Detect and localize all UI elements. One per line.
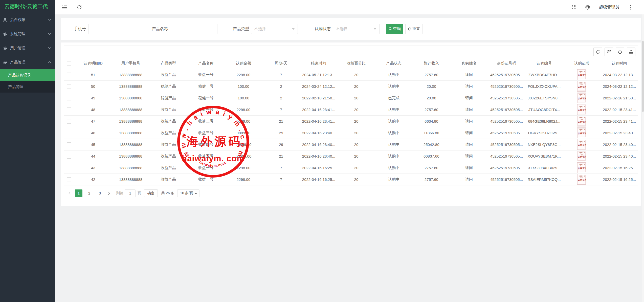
page-button[interactable]: 2 [85,189,93,197]
cell-product-name: 收益四号 [187,139,225,150]
certificate-thumbnail[interactable]: 认购证书 [577,127,586,138]
cell-real-name: 请问 [450,80,488,92]
fullscreen-icon[interactable] [571,5,576,10]
certificate-deco [579,141,585,142]
table-row[interactable]: 47 13888888888 收益产品 收益二号 5529.00 21 2022… [64,115,638,127]
table-row[interactable]: 44 13888888888 收益产品 收益五号 50698.00 21 202… [64,150,638,162]
cell-amount: 2298.00 [225,69,262,80]
topbar: 超级管理员 [55,0,644,14]
collapse-sidebar-icon[interactable] [62,5,67,10]
row-checkbox[interactable] [67,119,71,124]
sidebar-item-system-management[interactable]: 系统管理 [0,27,55,41]
cell-subscription-id: 49 [74,92,112,104]
row-checkbox[interactable] [67,73,71,77]
page-button[interactable]: 1 [75,189,82,197]
cell-subscription-code: FOLJXZXOXUPA... [525,80,563,92]
certificate-thumbnail[interactable]: 认购证书 [577,104,586,115]
certificate-thumbnail[interactable]: 认购证书 [577,139,586,150]
cell-certificate: 认购证书 [563,127,601,139]
cell-amount: 20869.00 [225,139,262,150]
row-select-cell [64,162,74,174]
certificate-thumbnail[interactable]: 认购证书 [577,93,586,103]
cell-end-time: 2022-04-16 16:25... [300,162,338,174]
goto-page-input[interactable] [125,189,136,197]
subscription-status-select[interactable]: 不选择 [333,24,380,34]
cell-id-card: 45252519730505... [488,139,525,150]
sidebar-item-product-subscription-records[interactable]: 产品认购记录 [0,69,55,81]
cell-end-time: 2022-04-16 23:40... [300,127,338,139]
reset-button[interactable]: 重置 [405,24,423,34]
certificate-thumbnail[interactable]: 认购证书 [577,81,586,92]
sidebar-item-label: 产品管理 [10,60,48,65]
table-row[interactable]: 51 13888888888 收益产品 收益一号 2298.00 7 2024-… [64,69,638,80]
refresh-page-icon[interactable] [76,5,82,10]
row-checkbox[interactable] [67,96,71,100]
cell-id-card: 45252519730505... [488,104,525,115]
cell-subscription-time: 2022-02-15 23:40... [601,127,638,139]
row-checkbox[interactable] [67,177,71,182]
subscription-table: 认购明细ID用户手机号产品类型产品名称认购金额周期-天结束时间收益百分比产品状态… [64,58,638,185]
print-icon[interactable] [616,48,624,56]
cell-expected-income: 20.00 [413,92,450,104]
row-select-cell [64,104,74,115]
scrollbar-thumb[interactable] [642,41,644,112]
cell-subscription-code: 3TXS398XLB029... [525,162,563,174]
next-page-icon[interactable] [105,189,113,197]
table-row[interactable]: 42 13888888888 收益产品 收益一号 2298.00 7 2022-… [64,174,638,185]
row-checkbox[interactable] [67,84,71,89]
sidebar-item-user-management[interactable]: 用户管理 [0,41,55,55]
table-row[interactable]: 46 13888888888 收益产品 收益三号 9889.00 29 2022… [64,127,638,139]
kebab-menu-icon[interactable] [628,5,633,10]
table-body: 51 13888888888 收益产品 收益一号 2298.00 7 2024-… [64,69,638,185]
search-button[interactable]: 查询 [386,24,403,34]
cell-income-percent: 20 [338,127,375,139]
page-button[interactable]: 3 [96,189,104,197]
cell-subscription-time: 2022-02-15 16:25... [601,174,638,185]
row-checkbox[interactable] [67,142,71,147]
cell-subscription-time: 2022-02-15 23:40... [601,139,638,150]
filter-columns-icon[interactable] [605,48,613,56]
table-row[interactable]: 45 13888888888 收益产品 收益四号 20869.00 29 202… [64,139,638,150]
table-row[interactable]: 43 13888888888 收益产品 收益一号 2298.00 7 2022-… [64,162,638,174]
pagination: 123 到第 页 确定 共 26 条 10 条/页 [66,189,638,197]
current-user[interactable]: 超级管理员 [599,5,619,10]
export-icon[interactable] [627,48,635,56]
cell-user-phone: 13888888888 [112,174,150,185]
sidebar-item-product-management-sub[interactable]: 产品管理 [0,81,55,93]
certificate-thumbnail[interactable]: 认购证书 [577,162,586,173]
per-page-select[interactable]: 10 条/页 [177,189,199,197]
vertical-scrollbar[interactable] [642,14,644,302]
chevron-up-icon [48,61,51,63]
sidebar-item-product-management[interactable]: 产品管理 [0,55,55,69]
row-checkbox[interactable] [67,154,71,159]
certificate-thumbnail[interactable]: 认购证书 [577,116,586,126]
certificate-thumbnail[interactable]: 认购证书 [577,174,586,185]
row-checkbox[interactable] [67,166,71,170]
table-row[interactable]: 50 13888888888 稳健产品 稳健一号 100.00 2 2024-0… [64,80,638,92]
certificate-label: 认购证书 [578,120,586,123]
sidebar-item-admin-permission[interactable]: 后台权限 [0,13,55,27]
cell-cycle-days: 2 [262,80,300,92]
goto-confirm-button[interactable]: 确定 [144,189,158,197]
language-globe-icon[interactable] [585,5,590,10]
cell-real-name: 请问 [450,92,488,104]
row-checkbox[interactable] [67,107,71,112]
cell-expected-income: 2757.60 [413,69,450,80]
column-header: 结束时间 [300,58,338,69]
certificate-label: 认购证书 [578,132,586,134]
certificate-thumbnail[interactable]: 认购证书 [577,69,586,80]
cell-end-time: 2022-04-16 23:41... [300,104,338,115]
certificate-thumbnail[interactable]: 认购证书 [577,151,586,161]
cell-subscription-id: 45 [74,139,112,150]
product-type-select[interactable]: 不选择 [251,24,298,34]
product-name-input[interactable] [171,24,217,34]
phone-input[interactable] [88,24,135,34]
prev-page-icon[interactable] [66,189,73,197]
row-checkbox[interactable] [67,131,71,135]
table-refresh-icon[interactable] [593,48,602,56]
table-row[interactable]: 49 13888888888 稳健产品 稳健一号 100.00 2 2022-0… [64,92,638,104]
select-all-checkbox[interactable] [67,61,71,66]
gear-icon [3,60,7,64]
table-row[interactable]: 48 13888888888 收益产品 收益一号 2298.00 7 2022-… [64,104,638,115]
status-placeholder: 不选择 [336,27,347,31]
